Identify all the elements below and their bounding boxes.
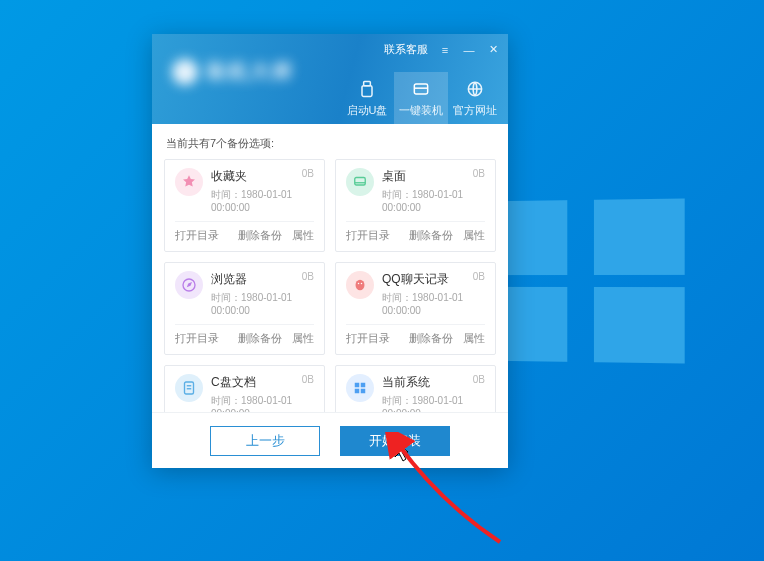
- card-time: 时间：1980-01-01 00:00:00: [211, 394, 314, 412]
- delete-backup-link[interactable]: 删除备份: [409, 331, 453, 346]
- backup-item-card: 当前系统时间：1980-01-01 00:00:000B打开目录删除备份属性: [335, 365, 496, 412]
- card-size: 0B: [302, 271, 314, 282]
- open-dir-link[interactable]: 打开目录: [346, 228, 390, 243]
- install-icon: [411, 79, 431, 99]
- card-size: 0B: [302, 374, 314, 385]
- compass-icon: [175, 271, 203, 299]
- doc-icon: [175, 374, 203, 402]
- svg-rect-11: [185, 382, 194, 394]
- minimize-icon[interactable]: —: [462, 43, 476, 57]
- content-area: 当前共有7个备份选项: 收藏夹时间：1980-01-01 00:00:000B打…: [152, 124, 508, 412]
- summary-text: 当前共有7个备份选项:: [166, 136, 496, 151]
- card-title: C盘文档: [211, 374, 314, 391]
- header: 装机大师 联系客服 ≡ — ✕ 启动U盘 一键装机 官方网址: [152, 34, 508, 124]
- titlebar: 联系客服 ≡ — ✕: [384, 42, 500, 57]
- properties-link[interactable]: 属性: [463, 331, 485, 346]
- card-title: 桌面: [382, 168, 485, 185]
- open-dir-link[interactable]: 打开目录: [175, 228, 219, 243]
- prev-button[interactable]: 上一步: [210, 426, 320, 456]
- windows-logo-bg: [494, 199, 684, 364]
- tab-label: 官方网址: [453, 103, 497, 118]
- card-size: 0B: [473, 374, 485, 385]
- menu-icon[interactable]: ≡: [438, 43, 452, 57]
- footer: 上一步 开始安装: [152, 412, 508, 468]
- svg-rect-14: [355, 383, 360, 388]
- open-dir-link[interactable]: 打开目录: [175, 331, 219, 346]
- delete-backup-link[interactable]: 删除备份: [409, 228, 453, 243]
- card-size: 0B: [473, 271, 485, 282]
- header-tabs: 启动U盘 一键装机 官方网址: [340, 72, 502, 124]
- app-window: 装机大师 联系客服 ≡ — ✕ 启动U盘 一键装机 官方网址 当前共有7个备份选…: [152, 34, 508, 468]
- usb-icon: [357, 79, 377, 99]
- card-title: 当前系统: [382, 374, 485, 391]
- svg-rect-5: [355, 178, 366, 186]
- card-time: 时间：1980-01-01 00:00:00: [211, 188, 314, 213]
- delete-backup-link[interactable]: 删除备份: [238, 228, 282, 243]
- tab-one-click-install[interactable]: 一键装机: [394, 72, 448, 124]
- card-size: 0B: [473, 168, 485, 179]
- svg-point-10: [361, 283, 363, 285]
- globe-icon: [465, 79, 485, 99]
- properties-link[interactable]: 属性: [463, 228, 485, 243]
- backup-item-card: 浏览器时间：1980-01-01 00:00:000B打开目录删除备份属性: [164, 262, 325, 355]
- delete-backup-link[interactable]: 删除备份: [238, 331, 282, 346]
- card-title: 收藏夹: [211, 168, 314, 185]
- backup-item-card: 收藏夹时间：1980-01-01 00:00:000B打开目录删除备份属性: [164, 159, 325, 252]
- backup-items-grid: 收藏夹时间：1980-01-01 00:00:000B打开目录删除备份属性桌面时…: [164, 159, 496, 412]
- card-title: QQ聊天记录: [382, 271, 485, 288]
- svg-rect-2: [414, 84, 427, 94]
- svg-rect-16: [355, 389, 360, 394]
- svg-point-9: [358, 283, 360, 285]
- contact-support-link[interactable]: 联系客服: [384, 42, 428, 57]
- svg-rect-17: [361, 389, 366, 394]
- card-size: 0B: [302, 168, 314, 179]
- svg-rect-1: [362, 85, 372, 96]
- desktop-icon: [346, 168, 374, 196]
- tab-official-site[interactable]: 官方网址: [448, 72, 502, 124]
- tab-label: 一键装机: [399, 103, 443, 118]
- tab-boot-usb[interactable]: 启动U盘: [340, 72, 394, 124]
- properties-link[interactable]: 属性: [292, 331, 314, 346]
- close-icon[interactable]: ✕: [486, 43, 500, 57]
- start-install-button[interactable]: 开始安装: [340, 426, 450, 456]
- backup-item-card: C盘文档时间：1980-01-01 00:00:000B打开目录删除备份属性: [164, 365, 325, 412]
- svg-rect-15: [361, 383, 366, 388]
- tab-label: 启动U盘: [347, 103, 388, 118]
- qq-icon: [346, 271, 374, 299]
- card-time: 时间：1980-01-01 00:00:00: [382, 394, 485, 412]
- backup-item-card: 桌面时间：1980-01-01 00:00:000B打开目录删除备份属性: [335, 159, 496, 252]
- star-icon: [175, 168, 203, 196]
- card-time: 时间：1980-01-01 00:00:00: [382, 188, 485, 213]
- open-dir-link[interactable]: 打开目录: [346, 331, 390, 346]
- brand-area: 装机大师: [172, 58, 294, 85]
- win-icon: [346, 374, 374, 402]
- card-time: 时间：1980-01-01 00:00:00: [211, 291, 314, 316]
- properties-link[interactable]: 属性: [292, 228, 314, 243]
- card-time: 时间：1980-01-01 00:00:00: [382, 291, 485, 316]
- svg-point-8: [356, 280, 365, 291]
- backup-item-card: QQ聊天记录时间：1980-01-01 00:00:000B打开目录删除备份属性: [335, 262, 496, 355]
- card-title: 浏览器: [211, 271, 314, 288]
